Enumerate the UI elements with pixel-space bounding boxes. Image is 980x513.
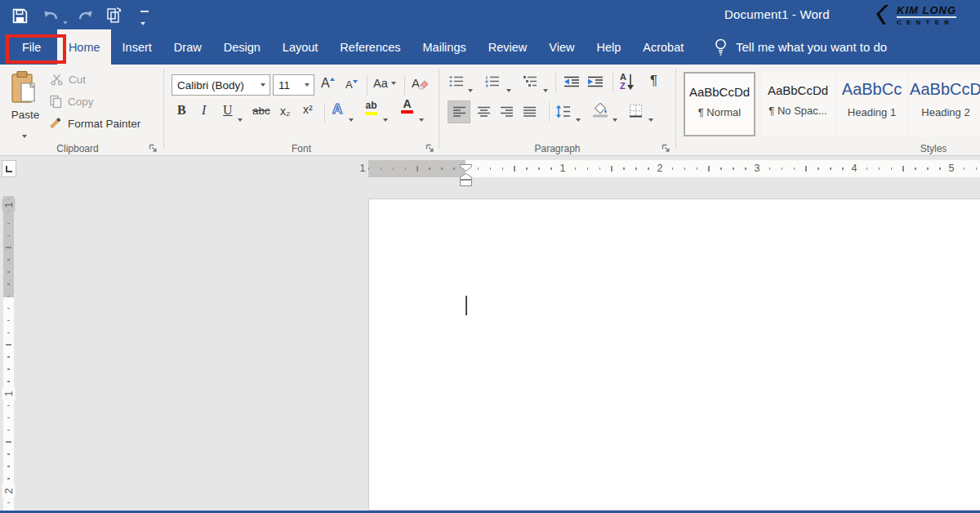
font-color-button[interactable]: A — [401, 99, 413, 114]
clipboard-group: Paste Cut Copy Format Painter Clipboard — [0, 65, 163, 156]
tab-view[interactable]: View — [538, 29, 586, 65]
highlight-caret[interactable] — [383, 110, 388, 125]
divider — [367, 76, 368, 96]
tab-references[interactable]: References — [329, 29, 412, 65]
numbering-icon[interactable] — [485, 75, 500, 91]
save-icon[interactable] — [10, 6, 29, 25]
shading-bucket-icon[interactable] — [591, 103, 609, 123]
paintbrush-icon — [49, 117, 63, 130]
undo-dropdown-caret[interactable] — [63, 13, 68, 28]
left-indent-marker[interactable] — [460, 175, 472, 190]
logo-chevron-icon — [875, 3, 893, 28]
subscript-button[interactable]: x₂ — [280, 105, 290, 118]
justify-icon[interactable] — [523, 106, 537, 121]
italic-button[interactable]: I — [202, 103, 206, 118]
divider — [404, 76, 405, 96]
paste-icon[interactable] — [10, 70, 39, 109]
copy-document-icon[interactable] — [105, 6, 124, 25]
change-case-button[interactable]: Aa — [373, 77, 396, 90]
bold-button[interactable]: B — [177, 103, 186, 118]
bullets-caret[interactable] — [468, 81, 473, 96]
clipboard-dialog-launcher-icon[interactable] — [149, 141, 158, 151]
font-size-value: 11 — [278, 79, 290, 91]
paste-dropdown-caret[interactable] — [22, 127, 27, 141]
tab-layout[interactable]: Layout — [271, 29, 329, 65]
chevron-down-icon[interactable] — [261, 83, 265, 87]
format-painter-label: Format Painter — [68, 118, 140, 130]
tab-mailings[interactable]: Mailings — [412, 29, 477, 65]
chevron-down-icon[interactable] — [305, 83, 310, 87]
font-family-combo[interactable]: Calibri (Body) — [172, 74, 270, 96]
redo-icon[interactable] — [75, 6, 95, 25]
kim-long-center-logo: KIM LONG C E N T E R — [875, 3, 972, 28]
shrink-font-button[interactable]: A — [345, 78, 358, 91]
numbering-caret[interactable] — [506, 81, 511, 96]
sort-button[interactable]: A Z — [620, 73, 635, 91]
align-left-button[interactable] — [448, 100, 470, 123]
borders-icon[interactable] — [629, 104, 643, 121]
ruler-number: 2 — [2, 485, 16, 497]
tab-draw[interactable]: Draw — [163, 29, 212, 65]
underline-button[interactable]: U — [223, 103, 233, 118]
cut-label: Cut — [69, 74, 86, 86]
text-effects-caret[interactable] — [349, 110, 354, 125]
tab-insert[interactable]: Insert — [111, 29, 163, 65]
highlight-color-bar — [365, 112, 377, 115]
shading-caret[interactable] — [612, 110, 617, 125]
paste-button[interactable]: Paste — [8, 109, 42, 121]
document-title: Document1 - Word — [724, 7, 830, 21]
text-effects-button[interactable]: A — [332, 101, 342, 118]
tell-me-box[interactable]: Tell me what you want to do — [714, 29, 887, 65]
format-painter-button[interactable]: Format Painter — [49, 117, 140, 130]
text-cursor — [466, 296, 467, 315]
grow-font-button[interactable]: A — [321, 76, 335, 91]
align-center-icon[interactable] — [477, 106, 491, 121]
line-spacing-icon[interactable] — [555, 105, 571, 122]
document-page[interactable] — [368, 199, 980, 511]
ruler-ticks — [7, 199, 10, 509]
caret-up-icon — [330, 78, 335, 81]
logo-line1: KIM LONG — [897, 5, 956, 16]
line-spacing-caret[interactable] — [576, 110, 581, 125]
font-color-caret[interactable] — [419, 110, 424, 125]
divider — [549, 102, 550, 122]
increase-indent-icon[interactable] — [587, 76, 604, 91]
underline-dropdown-caret[interactable] — [238, 110, 243, 125]
superscript-button[interactable]: x² — [303, 103, 313, 116]
borders-caret[interactable] — [648, 110, 653, 125]
align-right-icon[interactable] — [500, 106, 514, 121]
left-tab-icon — [6, 166, 12, 172]
pilcrow-button[interactable]: ¶ — [650, 73, 657, 89]
multilevel-caret[interactable] — [543, 81, 548, 96]
style-normal[interactable]: AaBbCcDd ¶ Normal — [684, 72, 755, 136]
tab-review[interactable]: Review — [477, 29, 538, 65]
font-family-value: Calibri (Body) — [177, 79, 244, 91]
word-window: Document1 - Word KIM LONG C E N T E R Fi… — [0, 0, 980, 513]
copy-button[interactable]: Copy — [49, 95, 94, 109]
undo-icon[interactable] — [41, 6, 60, 25]
customize-qat-icon[interactable] — [140, 11, 149, 29]
multilevel-list-icon[interactable] — [523, 75, 537, 91]
tab-design[interactable]: Design — [212, 29, 271, 65]
ruler-number: 2 — [653, 161, 666, 176]
tab-stop-selector[interactable] — [2, 160, 16, 177]
paragraph-dialog-launcher-icon[interactable] — [662, 141, 671, 151]
style-heading-1[interactable]: AaBbCc Heading 1 — [837, 72, 906, 136]
tab-acrobat[interactable]: Acrobat — [632, 29, 695, 65]
highlight-button[interactable]: ab — [365, 100, 377, 115]
file-tab-highlight-box — [6, 34, 66, 64]
title-bar: Document1 - Word KIM LONG C E N T E R — [0, 0, 980, 29]
divider — [324, 104, 325, 123]
tab-help[interactable]: Help — [586, 29, 632, 65]
ruler-number: 4 — [848, 161, 861, 176]
cut-button[interactable]: Cut — [51, 74, 86, 86]
style-no-spacing[interactable]: AaBbCcDd ¶ No Spac... — [762, 72, 834, 136]
font-dialog-launcher-icon[interactable] — [425, 141, 435, 151]
scissors-icon — [51, 74, 63, 86]
bullets-icon[interactable] — [449, 75, 464, 91]
clear-formatting-button[interactable]: A — [412, 76, 429, 90]
strikethrough-button[interactable]: abc — [252, 105, 270, 117]
style-heading-2[interactable]: AaBbCcD Heading 2 — [910, 72, 980, 136]
decrease-indent-icon[interactable] — [564, 76, 580, 91]
font-size-combo[interactable]: 11 — [273, 74, 314, 96]
